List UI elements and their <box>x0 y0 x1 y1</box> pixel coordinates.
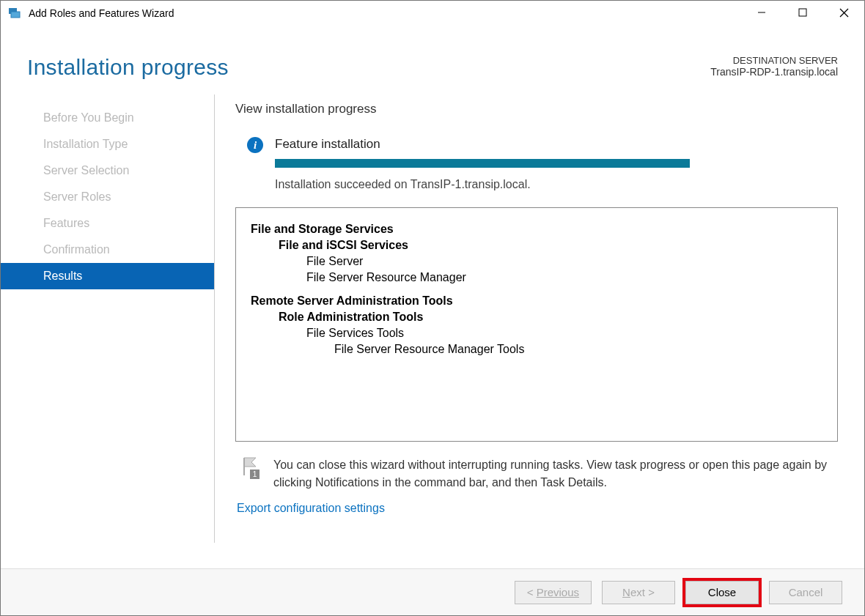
body: Before You Begin Installation Type Serve… <box>1 80 864 568</box>
destination-label: DESTINATION SERVER <box>710 55 838 66</box>
tree-item: File and iSCSI Services <box>279 239 822 252</box>
main-panel: View installation progress i Feature ins… <box>235 94 838 568</box>
tree-item: File Services Tools <box>306 327 822 340</box>
sidebar-item-before-you-begin: Before You Begin <box>1 105 214 131</box>
sidebar-item-confirmation: Confirmation <box>1 237 214 263</box>
tree-item: File Server Resource Manager Tools <box>334 343 822 356</box>
window-controls <box>741 1 864 24</box>
app-icon <box>8 7 21 20</box>
subheading: View installation progress <box>235 102 838 116</box>
progress-bar <box>275 159 690 168</box>
footer: < Previous Next > Close Cancel <box>1 568 864 615</box>
svg-rect-3 <box>799 9 806 16</box>
header: Installation progress DESTINATION SERVER… <box>1 26 864 80</box>
tree-item: File Server Resource Manager <box>306 271 822 284</box>
status-main: Feature installation Installation succee… <box>275 137 838 203</box>
cancel-button: Cancel <box>769 581 842 604</box>
page-title: Installation progress <box>27 55 229 80</box>
minimize-button[interactable] <box>741 1 782 24</box>
tree-item: Remote Server Administration Tools <box>251 294 822 308</box>
flag-icon: 1 <box>241 456 260 478</box>
svg-rect-1 <box>11 12 20 18</box>
sidebar: Before You Begin Installation Type Serve… <box>1 94 215 543</box>
destination-value: TransIP-RDP-1.transip.local <box>710 66 838 78</box>
svg-text:1: 1 <box>253 470 257 478</box>
hint-text: You can close this wizard without interr… <box>273 456 838 491</box>
window-title: Add Roles and Features Wizard <box>29 7 174 19</box>
sidebar-item-features: Features <box>1 210 214 237</box>
sidebar-item-server-selection: Server Selection <box>1 157 214 184</box>
sidebar-item-installation-type: Installation Type <box>1 131 214 157</box>
wizard-window: Add Roles and Features Wizard Installati… <box>0 0 865 616</box>
sidebar-item-results[interactable]: Results <box>1 263 214 289</box>
next-button: Next > <box>602 581 675 604</box>
previous-button: < Previous <box>515 581 592 604</box>
export-link[interactable]: Export configuration settings <box>235 496 838 515</box>
hint-row: 1 You can close this wizard without inte… <box>235 442 838 496</box>
maximize-button[interactable] <box>782 1 823 24</box>
results-tree: File and Storage Services File and iSCSI… <box>235 207 838 442</box>
titlebar: Add Roles and Features Wizard <box>1 1 864 26</box>
tree-item: Role Administration Tools <box>279 311 822 324</box>
status-row: i Feature installation Installation succ… <box>235 137 838 203</box>
info-icon: i <box>247 137 263 153</box>
destination-server: DESTINATION SERVER TransIP-RDP-1.transip… <box>710 55 838 78</box>
close-button[interactable]: Close <box>685 581 759 604</box>
tree-item: File and Storage Services <box>251 223 822 236</box>
svg-marker-6 <box>244 458 256 467</box>
sidebar-item-server-roles: Server Roles <box>1 184 214 210</box>
tree-item: File Server <box>306 255 822 268</box>
status-message: Installation succeeded on TransIP-1.tran… <box>275 178 838 191</box>
status-title: Feature installation <box>275 137 838 152</box>
close-window-button[interactable] <box>823 1 864 24</box>
